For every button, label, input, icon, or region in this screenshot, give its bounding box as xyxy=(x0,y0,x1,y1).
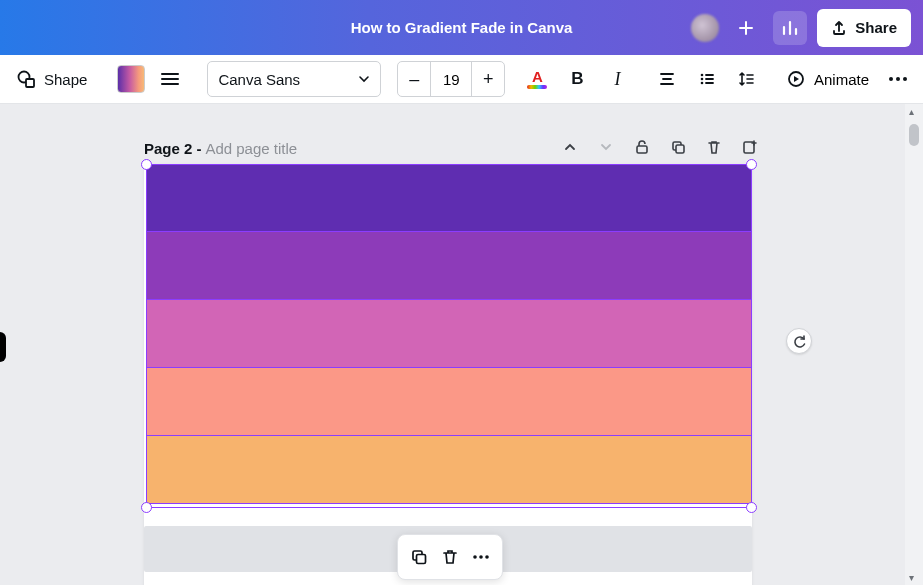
animate-button[interactable]: Animate xyxy=(778,62,877,96)
font-size-value[interactable]: 19 xyxy=(430,62,472,96)
svg-point-16 xyxy=(479,555,483,559)
add-collaborator-button[interactable] xyxy=(729,11,763,45)
page-number: Page 2 xyxy=(144,140,192,157)
shape-icon xyxy=(16,69,36,89)
svg-point-15 xyxy=(473,555,477,559)
page-title-input[interactable]: Add page title xyxy=(205,140,297,157)
more-options-button[interactable] xyxy=(881,76,915,82)
list-button[interactable] xyxy=(689,62,725,96)
floating-action-bar xyxy=(397,534,503,580)
stripe-2[interactable] xyxy=(146,232,752,300)
copy-button[interactable] xyxy=(405,543,433,571)
avatar[interactable] xyxy=(691,14,719,42)
stripe-1[interactable] xyxy=(146,164,752,232)
page-header: Page 2 - Add page title xyxy=(144,140,297,157)
svg-point-17 xyxy=(485,555,489,559)
toolbar: Shape Canva Sans – 19 + A B I xyxy=(0,55,923,104)
scroll-down-arrow[interactable]: ▾ xyxy=(909,572,914,583)
gradient-stripes-group[interactable] xyxy=(146,164,752,504)
bold-button[interactable]: B xyxy=(559,62,595,96)
duplicate-page[interactable] xyxy=(669,138,687,156)
share-label: Share xyxy=(855,19,897,36)
animate-icon xyxy=(786,69,806,89)
italic-button[interactable]: I xyxy=(599,62,635,96)
svg-point-6 xyxy=(889,77,893,81)
document-title[interactable]: How to Gradient Fade in Canva xyxy=(351,19,573,36)
add-page[interactable] xyxy=(741,138,759,156)
svg-point-3 xyxy=(701,78,704,81)
page-dash: - xyxy=(196,140,201,157)
page-actions xyxy=(561,138,759,156)
lock-page[interactable] xyxy=(633,138,651,156)
scrollbar-thumb[interactable] xyxy=(909,124,919,146)
svg-point-2 xyxy=(701,74,704,77)
svg-rect-14 xyxy=(417,555,426,564)
side-slider-handle[interactable] xyxy=(0,332,6,362)
fill-color-swatch[interactable] xyxy=(117,65,145,93)
shape-label: Shape xyxy=(44,71,87,88)
svg-rect-11 xyxy=(676,145,684,153)
canvas-area: Page 2 - Add page title ▴ ▾ xyxy=(0,104,923,585)
svg-rect-1 xyxy=(26,79,34,87)
insights-button[interactable] xyxy=(773,11,807,45)
upload-icon xyxy=(831,20,847,36)
svg-point-8 xyxy=(903,77,907,81)
spacing-button[interactable] xyxy=(729,62,765,96)
text-color-button[interactable]: A xyxy=(519,62,555,96)
vertical-scrollbar[interactable]: ▴ ▾ xyxy=(905,104,923,585)
move-page-down[interactable] xyxy=(597,138,615,156)
delete-page[interactable] xyxy=(705,138,723,156)
shape-button[interactable]: Shape xyxy=(8,62,95,96)
border-style-button[interactable] xyxy=(155,73,185,85)
more-button[interactable] xyxy=(467,543,495,571)
font-family-select[interactable]: Canva Sans xyxy=(207,61,381,97)
delete-button[interactable] xyxy=(436,543,464,571)
font-name: Canva Sans xyxy=(218,71,300,88)
chevron-down-icon xyxy=(358,73,370,85)
svg-point-7 xyxy=(896,77,900,81)
app-header: How to Gradient Fade in Canva Share xyxy=(0,0,923,55)
font-size-decrease[interactable]: – xyxy=(398,62,430,96)
text-align-button[interactable] xyxy=(649,62,685,96)
svg-point-4 xyxy=(701,82,704,85)
scroll-up-arrow[interactable]: ▴ xyxy=(909,106,914,117)
font-size-stepper: – 19 + xyxy=(397,61,505,97)
move-page-up[interactable] xyxy=(561,138,579,156)
rotate-handle[interactable] xyxy=(786,328,812,354)
stripe-5[interactable] xyxy=(146,436,752,504)
font-size-increase[interactable]: + xyxy=(472,62,504,96)
animate-label: Animate xyxy=(814,71,869,88)
svg-rect-9 xyxy=(637,146,647,153)
stripe-4[interactable] xyxy=(146,368,752,436)
stripe-3[interactable] xyxy=(146,300,752,368)
share-button[interactable]: Share xyxy=(817,9,911,47)
